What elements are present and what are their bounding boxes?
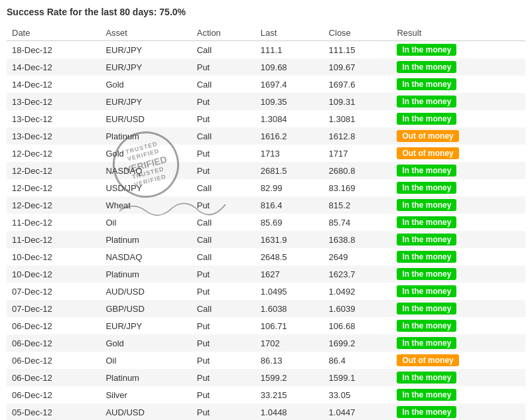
col-action: Action bbox=[192, 25, 255, 41]
cell-last: 2681.5 bbox=[255, 162, 324, 179]
cell-result: In the money bbox=[391, 248, 525, 265]
cell-close: 2680.8 bbox=[324, 162, 392, 179]
cell-last: 109.68 bbox=[255, 58, 324, 76]
cell-action: Put bbox=[192, 403, 255, 420]
cell-close: 1623.7 bbox=[324, 265, 392, 283]
cell-close: 85.74 bbox=[324, 214, 392, 231]
cell-last: 1631.9 bbox=[255, 231, 324, 248]
cell-asset: AUD/USD bbox=[100, 403, 191, 420]
table-row: 07-Dec-12AUD/USDPut1.04951.0492In the mo… bbox=[7, 283, 525, 300]
table-row: 11-Dec-12OilCall85.6985.74In the money bbox=[7, 214, 525, 231]
cell-last: 1.6038 bbox=[255, 300, 324, 317]
cell-action: Put bbox=[192, 283, 255, 300]
cell-date: 06-Dec-12 bbox=[7, 386, 100, 403]
cell-asset: Gold bbox=[100, 334, 191, 352]
cell-asset: Wheat bbox=[100, 196, 191, 214]
cell-close: 1.0492 bbox=[324, 283, 392, 300]
result-badge: In the money bbox=[397, 96, 456, 107]
cell-asset: Platinum bbox=[100, 127, 191, 145]
cell-last: 1702 bbox=[255, 334, 324, 352]
cell-close: 1.3081 bbox=[324, 110, 392, 127]
cell-last: 1599.2 bbox=[255, 369, 324, 386]
result-badge: Out of money bbox=[397, 130, 458, 142]
cell-result: In the money bbox=[391, 317, 525, 334]
cell-asset: Gold bbox=[100, 145, 191, 162]
cell-action: Call bbox=[192, 179, 255, 196]
cell-result: In the money bbox=[391, 300, 525, 317]
cell-date: 11-Dec-12 bbox=[7, 214, 100, 231]
col-date: Date bbox=[7, 25, 100, 41]
result-badge: In the money bbox=[397, 199, 456, 211]
cell-action: Call bbox=[192, 214, 255, 231]
result-badge: In the money bbox=[397, 320, 456, 332]
cell-last: 1.3084 bbox=[255, 110, 324, 127]
cell-result: In the money bbox=[391, 76, 525, 93]
cell-result: In the money bbox=[391, 334, 525, 352]
cell-asset: EUR/USD bbox=[100, 110, 191, 127]
cell-close: 83.169 bbox=[324, 179, 392, 196]
cell-result: Out of money bbox=[391, 352, 525, 369]
cell-result: In the money bbox=[391, 110, 525, 127]
cell-last: 111.1 bbox=[255, 41, 324, 59]
cell-close: 1697.6 bbox=[324, 76, 392, 93]
cell-result: In the money bbox=[391, 369, 525, 386]
cell-last: 106.71 bbox=[255, 317, 324, 334]
cell-date: 18-Dec-12 bbox=[7, 41, 100, 59]
cell-date: 13-Dec-12 bbox=[7, 127, 100, 145]
cell-close: 1599.1 bbox=[324, 369, 392, 386]
cell-action: Put bbox=[192, 145, 255, 162]
cell-action: Put bbox=[192, 369, 255, 386]
col-asset: Asset bbox=[100, 25, 191, 41]
table-row: 06-Dec-12EUR/JPYPut106.71106.68In the mo… bbox=[7, 317, 525, 334]
cell-close: 1.0447 bbox=[324, 403, 392, 420]
table-body: 18-Dec-12EUR/JPYCall111.1111.15In the mo… bbox=[7, 41, 525, 421]
cell-date: 06-Dec-12 bbox=[7, 352, 100, 369]
table-row: 11-Dec-12PlatinumCall1631.91638.8In the … bbox=[7, 231, 525, 248]
result-badge: In the money bbox=[397, 61, 456, 73]
cell-date: 06-Dec-12 bbox=[7, 317, 100, 334]
cell-action: Call bbox=[192, 41, 255, 59]
table-header: Date Asset Action Last Close Result bbox=[7, 25, 525, 41]
result-badge: In the money bbox=[397, 303, 456, 315]
results-table: Date Asset Action Last Close Result 18-D… bbox=[7, 25, 525, 420]
cell-result: In the money bbox=[391, 93, 525, 110]
result-badge: In the money bbox=[397, 216, 456, 228]
cell-date: 12-Dec-12 bbox=[7, 162, 100, 179]
table-wrapper: TRUSTED VERIFIED VERIFIED TRUSTED VERIFI… bbox=[7, 25, 525, 420]
cell-asset: USD/JPY bbox=[100, 179, 191, 196]
table-row: 13-Dec-12EUR/USDPut1.30841.3081In the mo… bbox=[7, 110, 525, 127]
cell-result: In the money bbox=[391, 162, 525, 179]
table-row: 14-Dec-12GoldCall1697.41697.6In the mone… bbox=[7, 76, 525, 93]
table-row: 14-Dec-12EUR/JPYPut109.68109.67In the mo… bbox=[7, 58, 525, 76]
result-badge: In the money bbox=[397, 165, 456, 176]
cell-close: 1699.2 bbox=[324, 334, 392, 352]
cell-date: 05-Dec-12 bbox=[7, 403, 100, 420]
result-badge: Out of money bbox=[397, 147, 458, 159]
cell-result: In the money bbox=[391, 41, 525, 59]
cell-date: 12-Dec-12 bbox=[7, 196, 100, 214]
cell-last: 1713 bbox=[255, 145, 324, 162]
cell-asset: Oil bbox=[100, 214, 191, 231]
cell-action: Put bbox=[192, 352, 255, 369]
cell-asset: Oil bbox=[100, 352, 191, 369]
cell-action: Put bbox=[192, 386, 255, 403]
cell-last: 816.4 bbox=[255, 196, 324, 214]
cell-close: 2649 bbox=[324, 248, 392, 265]
cell-action: Put bbox=[192, 265, 255, 283]
cell-date: 13-Dec-12 bbox=[7, 93, 100, 110]
cell-result: In the money bbox=[391, 214, 525, 231]
cell-last: 1697.4 bbox=[255, 76, 324, 93]
cell-action: Put bbox=[192, 317, 255, 334]
cell-action: Call bbox=[192, 127, 255, 145]
table-row: 10-Dec-12PlatinumPut16271623.7In the mon… bbox=[7, 265, 525, 283]
result-badge: In the money bbox=[397, 268, 456, 280]
table-row: 06-Dec-12SilverPut33.21533.05In the mone… bbox=[7, 386, 525, 403]
cell-asset: Silver bbox=[100, 386, 191, 403]
cell-action: Call bbox=[192, 300, 255, 317]
table-row: 12-Dec-12USD/JPYCall82.9983.169In the mo… bbox=[7, 179, 525, 196]
cell-date: 10-Dec-12 bbox=[7, 265, 100, 283]
cell-asset: EUR/JPY bbox=[100, 93, 191, 110]
cell-close: 106.68 bbox=[324, 317, 392, 334]
result-badge: In the money bbox=[397, 44, 456, 56]
result-badge: In the money bbox=[397, 234, 456, 245]
